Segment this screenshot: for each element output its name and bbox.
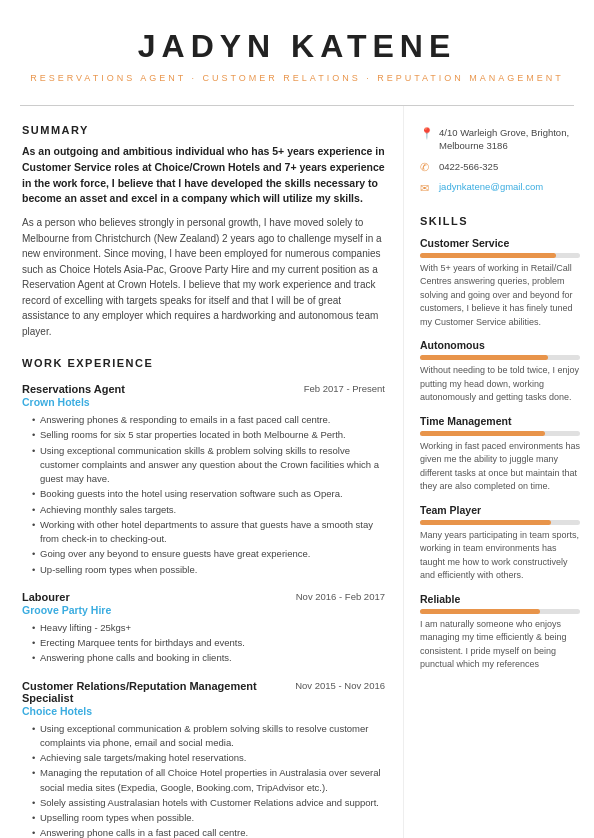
contact-address: 4/10 Warleigh Grove, Brighton, Melbourne…: [439, 126, 580, 153]
skill-name-2: Time Management: [420, 415, 580, 427]
skill-bar-bg-4: [420, 609, 580, 614]
skill-bar-bg-3: [420, 520, 580, 525]
work-experience-title: WORK EXPERIENCE: [22, 357, 385, 369]
list-item: Using exceptional communication & proble…: [32, 722, 385, 751]
job-2-title: Labourer: [22, 591, 70, 603]
list-item: Erecting Marquee tents for birthdays and…: [32, 636, 385, 650]
job-1-title: Reservations Agent: [22, 383, 125, 395]
job-3-title: Customer Relations/Reputation Management…: [22, 680, 287, 704]
candidate-name: JADYN KATENE: [20, 28, 574, 65]
left-column: SUMMARY As an outgoing and ambitious ind…: [0, 106, 404, 838]
job-1-bullets: Answering phones & responding to emails …: [22, 413, 385, 577]
summary-title: SUMMARY: [22, 124, 385, 136]
skill-desc-2: Working in fast paced environments has g…: [420, 440, 580, 494]
skill-desc-1: Without needing to be told twice, I enjo…: [420, 364, 580, 405]
right-column: 📍 4/10 Warleigh Grove, Brighton, Melbour…: [404, 106, 594, 838]
job-2-header: Labourer Nov 2016 - Feb 2017: [22, 591, 385, 603]
email-icon: ✉: [420, 182, 434, 195]
skill-bar-fill-2: [420, 431, 545, 436]
skills-title: SKILLS: [420, 215, 580, 227]
skill-bar-bg-0: [420, 253, 580, 258]
skills-container: Customer ServiceWith 5+ years of working…: [420, 237, 580, 672]
list-item: Answering phone calls in a fast paced ca…: [32, 826, 385, 838]
summary-body-text: As a person who believes strongly in per…: [22, 215, 385, 339]
skill-desc-3: Many years participating in team sports,…: [420, 529, 580, 583]
job-3-company: Choice Hotels: [22, 705, 385, 717]
job-2-bullets: Heavy lifting - 25kgs+ Erecting Marquee …: [22, 621, 385, 666]
job-2-company: Groove Party Hire: [22, 604, 385, 616]
job-3-dates: Nov 2015 - Nov 2016: [295, 680, 385, 691]
header-section: JADYN KATENE RESERVATIONS AGENT · CUSTOM…: [0, 0, 594, 93]
skill-name-0: Customer Service: [420, 237, 580, 249]
list-item: Working with other hotel departments to …: [32, 518, 385, 547]
skill-name-3: Team Player: [420, 504, 580, 516]
job-2-dates: Nov 2016 - Feb 2017: [296, 591, 385, 602]
candidate-subtitle: RESERVATIONS AGENT · CUSTOMER RELATIONS …: [20, 73, 574, 83]
skill-item-4: ReliableI am naturally someone who enjoy…: [420, 593, 580, 672]
job-1-header: Reservations Agent Feb 2017 - Present: [22, 383, 385, 395]
skill-bar-fill-1: [420, 355, 548, 360]
skill-bar-fill-3: [420, 520, 551, 525]
list-item: Heavy lifting - 25kgs+: [32, 621, 385, 635]
contact-phone-item: ✆ 0422-566-325: [420, 160, 580, 174]
resume-page: JADYN KATENE RESERVATIONS AGENT · CUSTOM…: [0, 0, 594, 838]
skill-bar-bg-2: [420, 431, 580, 436]
contact-email-item: ✉ jadynkatene@gmail.com: [420, 181, 580, 195]
contact-phone: 0422-566-325: [439, 160, 498, 173]
list-item: Managing the reputation of all Choice Ho…: [32, 766, 385, 795]
skill-item-2: Time ManagementWorking in fast paced env…: [420, 415, 580, 494]
job-1-dates: Feb 2017 - Present: [304, 383, 385, 394]
summary-bold-text: As an outgoing and ambitious individual …: [22, 144, 385, 207]
skill-desc-0: With 5+ years of working in Retail/Call …: [420, 262, 580, 330]
skill-bar-fill-4: [420, 609, 540, 614]
list-item: Going over any beyond to ensure guests h…: [32, 547, 385, 561]
skill-name-4: Reliable: [420, 593, 580, 605]
list-item: Using exceptional communication skills &…: [32, 444, 385, 487]
skill-bar-fill-0: [420, 253, 556, 258]
skill-name-1: Autonomous: [420, 339, 580, 351]
list-item: Selling rooms for six 5 star properties …: [32, 428, 385, 442]
skill-item-3: Team PlayerMany years participating in t…: [420, 504, 580, 583]
list-item: Up-selling room types when possible.: [32, 563, 385, 577]
skill-item-0: Customer ServiceWith 5+ years of working…: [420, 237, 580, 330]
list-item: Solely assisting Australasian hotels wit…: [32, 796, 385, 810]
phone-icon: ✆: [420, 161, 434, 174]
list-item: Upselling room types when possible.: [32, 811, 385, 825]
list-item: Achieving monthly sales targets.: [32, 503, 385, 517]
contact-email: jadynkatene@gmail.com: [439, 181, 543, 192]
job-1-company: Crown Hotels: [22, 396, 385, 408]
job-3-bullets: Using exceptional communication & proble…: [22, 722, 385, 839]
list-item: Achieving sale targets/making hotel rese…: [32, 751, 385, 765]
contact-address-item: 📍 4/10 Warleigh Grove, Brighton, Melbour…: [420, 126, 580, 153]
main-content: SUMMARY As an outgoing and ambitious ind…: [0, 106, 594, 838]
list-item: Answering phone calls and booking in cli…: [32, 651, 385, 665]
job-3-header: Customer Relations/Reputation Management…: [22, 680, 385, 704]
location-icon: 📍: [420, 127, 434, 140]
list-item: Booking guests into the hotel using rese…: [32, 487, 385, 501]
skill-bar-bg-1: [420, 355, 580, 360]
list-item: Answering phones & responding to emails …: [32, 413, 385, 427]
skill-desc-4: I am naturally someone who enjoys managi…: [420, 618, 580, 672]
skill-item-1: AutonomousWithout needing to be told twi…: [420, 339, 580, 405]
